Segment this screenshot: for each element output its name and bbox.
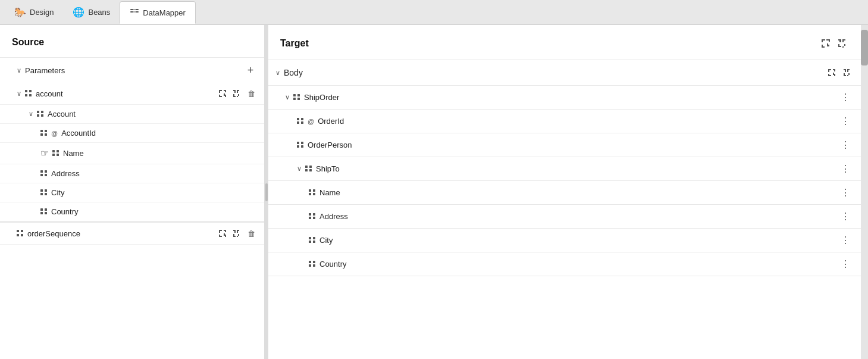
OrderId-at-icon: @ bbox=[308, 118, 314, 125]
tab-design[interactable]: 🐎 Design bbox=[5, 2, 63, 23]
parameters-section: ∨ Parameters + ∨ account bbox=[0, 58, 264, 222]
OrderPerson-row[interactable]: OrderPerson ⋮ bbox=[268, 133, 861, 157]
ShipTo-more-icon[interactable]: ⋮ bbox=[837, 162, 854, 176]
target-Name-label: Name bbox=[319, 188, 340, 197]
body-label: Body bbox=[284, 68, 303, 77]
source-title: Source bbox=[0, 25, 264, 58]
account-row[interactable]: ∨ account 🗑 bbox=[0, 83, 264, 105]
svg-rect-3 bbox=[136, 11, 139, 13]
beans-icon: 🌐 bbox=[73, 7, 84, 18]
parameters-label: Parameters bbox=[25, 66, 65, 75]
OrderId-more-icon[interactable]: ⋮ bbox=[837, 114, 854, 128]
orderSequence-label: orderSequence bbox=[27, 229, 80, 238]
parameters-add-button[interactable]: + bbox=[244, 64, 257, 77]
source-Country-label: Country bbox=[51, 207, 79, 216]
body-chevron[interactable]: ∨ bbox=[275, 69, 280, 77]
target-City-row[interactable]: City ⋮ bbox=[268, 229, 861, 252]
target-City-grid-icon bbox=[309, 237, 316, 244]
source-Country-row[interactable]: Country bbox=[0, 202, 264, 221]
source-City-label: City bbox=[51, 188, 64, 197]
AccountId-label: AccountId bbox=[61, 129, 96, 138]
tab-beans-label: Beans bbox=[88, 8, 110, 17]
ShipOrder-grid-icon bbox=[293, 94, 300, 101]
orderSeq-collapse-icon[interactable] bbox=[231, 227, 243, 239]
svg-rect-0 bbox=[130, 9, 133, 10]
ShipOrder-row[interactable]: ∨ ShipOrder ⋮ bbox=[268, 86, 861, 110]
target-Country-grid-icon bbox=[309, 261, 316, 268]
Name-grid-icon bbox=[52, 150, 59, 157]
account-delete-icon[interactable]: 🗑 bbox=[245, 88, 257, 99]
OrderId-row[interactable]: @ OrderId ⋮ bbox=[268, 110, 861, 133]
design-icon: 🐎 bbox=[14, 7, 26, 18]
target-Address-row[interactable]: Address ⋮ bbox=[268, 205, 861, 229]
target-Name-more-icon[interactable]: ⋮ bbox=[837, 186, 854, 199]
tab-datamapper-label: DataMapper bbox=[143, 8, 186, 17]
target-header: Target bbox=[268, 25, 861, 60]
drag-handle[interactable]: ☞ bbox=[40, 148, 49, 159]
AccountId-grid-icon bbox=[40, 130, 48, 137]
orderSequence-grid-icon bbox=[17, 230, 24, 237]
OrderPerson-grid-icon bbox=[297, 142, 304, 149]
Account-grid-icon bbox=[37, 111, 44, 118]
source-Name-row[interactable]: ☞ Name bbox=[0, 143, 264, 164]
source-Name-label: Name bbox=[63, 149, 84, 158]
AccountId-row[interactable]: @ AccountId bbox=[0, 124, 264, 143]
ShipTo-row[interactable]: ∨ ShipTo ⋮ bbox=[268, 157, 861, 181]
target-City-label: City bbox=[319, 236, 333, 245]
body-section-header: ∨ Body bbox=[268, 60, 861, 86]
main-content: Source ∨ Parameters + ∨ account bbox=[0, 25, 868, 359]
parameters-chevron[interactable]: ∨ bbox=[17, 67, 21, 74]
account-label: account bbox=[36, 89, 63, 98]
datamapper-icon bbox=[130, 7, 139, 18]
target-Address-label: Address bbox=[319, 212, 348, 221]
ShipOrder-chevron[interactable]: ∨ bbox=[285, 93, 290, 101]
source-Address-label: Address bbox=[51, 169, 80, 178]
account-collapse-icon[interactable] bbox=[231, 88, 243, 99]
target-Country-row[interactable]: Country ⋮ bbox=[268, 252, 861, 276]
Address-grid-icon bbox=[40, 170, 48, 177]
ShipOrder-more-icon[interactable]: ⋮ bbox=[837, 90, 854, 104]
target-Address-grid-icon bbox=[309, 213, 316, 220]
City-grid-icon bbox=[40, 189, 48, 196]
parameters-header: ∨ Parameters + bbox=[0, 58, 264, 83]
OrderId-label: OrderId bbox=[318, 117, 344, 126]
svg-rect-2 bbox=[136, 9, 139, 10]
OrderPerson-more-icon[interactable]: ⋮ bbox=[837, 138, 854, 152]
svg-rect-1 bbox=[130, 11, 133, 13]
tab-datamapper[interactable]: DataMapper bbox=[120, 1, 196, 24]
Account-label: Account bbox=[48, 110, 76, 118]
target-City-more-icon[interactable]: ⋮ bbox=[837, 233, 854, 247]
Account-chevron[interactable]: ∨ bbox=[29, 110, 33, 118]
body-expand-icon[interactable] bbox=[825, 66, 838, 79]
target-scrollbar[interactable] bbox=[861, 25, 868, 359]
source-panel: Source ∨ Parameters + ∨ account bbox=[0, 25, 265, 359]
account-chevron[interactable]: ∨ bbox=[17, 90, 21, 98]
orderSeq-expand-icon[interactable] bbox=[217, 227, 228, 239]
source-Address-row[interactable]: Address bbox=[0, 164, 264, 183]
account-expand-icon[interactable] bbox=[217, 88, 228, 99]
OrderPerson-label: OrderPerson bbox=[308, 141, 352, 149]
orderSeq-delete-icon[interactable]: 🗑 bbox=[245, 227, 257, 239]
Country-grid-icon bbox=[40, 208, 48, 216]
target-inner: Target ∨ Body bbox=[268, 25, 868, 359]
target-title: Target bbox=[280, 38, 309, 49]
target-Country-more-icon[interactable]: ⋮ bbox=[837, 257, 854, 271]
orderSequence-row[interactable]: orderSequence 🗑 bbox=[0, 222, 264, 245]
tab-design-label: Design bbox=[30, 8, 54, 17]
ShipOrder-label: ShipOrder bbox=[304, 93, 339, 102]
tab-beans[interactable]: 🌐 Beans bbox=[63, 2, 120, 23]
tab-bar: 🐎 Design 🌐 Beans DataMapper bbox=[0, 0, 868, 25]
ShipTo-chevron[interactable]: ∨ bbox=[297, 165, 302, 173]
Account-row[interactable]: ∨ Account bbox=[0, 105, 264, 124]
account-grid-icon bbox=[25, 90, 32, 97]
target-collapse-all-icon[interactable] bbox=[836, 37, 849, 50]
target-Name-row[interactable]: Name ⋮ bbox=[268, 181, 861, 205]
target-content: Target ∨ Body bbox=[268, 25, 861, 359]
target-Address-more-icon[interactable]: ⋮ bbox=[837, 210, 854, 223]
body-collapse-icon[interactable] bbox=[841, 66, 854, 79]
at-icon: @ bbox=[51, 130, 58, 137]
target-panel: Target ∨ Body bbox=[268, 25, 868, 359]
source-City-row[interactable]: City bbox=[0, 183, 264, 202]
ShipTo-grid-icon bbox=[305, 166, 312, 173]
target-expand-all-icon[interactable] bbox=[819, 37, 832, 50]
